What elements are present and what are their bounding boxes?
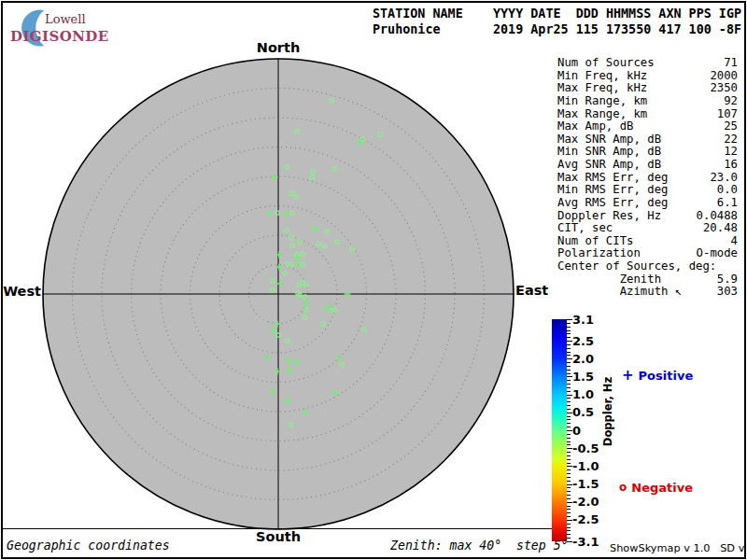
- colorbar-minor-tick: [567, 352, 571, 353]
- stat-label: Min Freq, kHz: [557, 70, 647, 83]
- colorbar-minor-tick: [567, 405, 571, 406]
- colorbar-tick-label: 3.1: [572, 313, 594, 327]
- compass-label-north: North: [257, 40, 301, 55]
- colorbar-minor-tick: [567, 327, 571, 328]
- stat-value: 22: [724, 133, 738, 147]
- stat-label: Min RMS Err, deg: [557, 184, 668, 197]
- colorbar-minor-tick: [567, 427, 571, 427]
- colorbar-minor-tick: [567, 370, 571, 371]
- colorbar-minor-tick: [567, 455, 571, 456]
- stat-label: Polarization: [557, 247, 641, 260]
- stat-label: Avg SNR Amp, dB: [557, 159, 661, 172]
- stat-value: 12: [724, 146, 738, 159]
- stat-label: Center of Sources, deg:: [557, 260, 716, 273]
- header-column-titles: STATION NAME YYYY DATE DDD HHMMSS AXN PP…: [373, 7, 741, 21]
- colorbar-minor-tick: [567, 477, 571, 478]
- stat-value: 0.0: [717, 184, 738, 197]
- colorbar-minor-tick: [567, 391, 571, 392]
- plus-marker-icon: +: [622, 370, 634, 382]
- stat-row: Avg SNR Amp, dB16: [557, 159, 738, 172]
- colorbar-minor-tick: [567, 491, 571, 492]
- stat-value: 2350: [710, 82, 738, 95]
- stat-value: 107: [717, 108, 738, 121]
- colorbar-minor-tick: [567, 366, 571, 367]
- stat-row: Center of Sources, deg:: [557, 260, 738, 273]
- colorbar-axis-title: Doppler, Hz: [601, 377, 614, 446]
- colorbar-minor-tick: [567, 473, 571, 474]
- stat-row: Zenith5.9: [557, 273, 738, 287]
- colorbar-minor-tick: [567, 362, 571, 363]
- colorbar-minor-tick: [567, 348, 571, 349]
- footer-version: ShowSkymap v 1.0 SD v 5.1: [610, 542, 747, 554]
- stat-label: Num of Sources: [557, 57, 655, 70]
- colorbar-tick-label: -2.0: [572, 495, 599, 509]
- compass-label-south: South: [256, 529, 301, 544]
- compass-label-east: East: [515, 283, 548, 298]
- colorbar-tick-label: -1.5: [572, 477, 599, 491]
- colorbar-minor-tick: [567, 527, 571, 528]
- stat-value: 20.48: [703, 222, 738, 235]
- stat-label: Min Range, km: [557, 95, 647, 108]
- colorbar-tick-label: -0.5: [572, 441, 599, 455]
- footer-coordinates-note: Geographic coordinates: [7, 539, 170, 553]
- colorbar-tick-label: 2.0: [572, 352, 594, 366]
- stat-value: 6.1: [717, 197, 738, 210]
- colorbar-minor-tick: [567, 487, 571, 488]
- stat-row: Min Freq, kHz2000: [557, 70, 738, 83]
- showskymap-window: Lowell DIGISONDE STATION NAME YYYY DATE …: [0, 0, 747, 560]
- stat-label: Max Amp, dB: [557, 120, 633, 133]
- colorbar-minor-tick: [567, 516, 571, 517]
- colorbar-minor-tick: [567, 506, 571, 507]
- colorbar-tick-label: -2.5: [572, 512, 599, 526]
- colorbar-minor-tick: [567, 438, 571, 439]
- stat-value: 25: [724, 120, 738, 133]
- legend-positive-label: Positive: [639, 369, 694, 383]
- stat-value: 23.0: [710, 172, 738, 185]
- doppler-colorbar: [552, 319, 567, 541]
- legend-positive: + Positive: [622, 369, 693, 383]
- stat-value: 92: [724, 95, 738, 108]
- stat-row: Max Amp, dB25: [557, 120, 738, 133]
- colorbar-minor-tick: [567, 434, 571, 435]
- stat-value: 303: [717, 286, 738, 299]
- colorbar-minor-tick: [567, 323, 571, 324]
- stat-row: Min RMS Err, deg0.0: [557, 184, 738, 197]
- stat-label: Num of CITs: [557, 235, 633, 248]
- colorbar-tick-label: -1.0: [572, 459, 599, 473]
- legend-negative: o Negative: [619, 481, 693, 495]
- colorbar-minor-tick: [567, 534, 571, 535]
- stat-value: 5.9: [717, 273, 738, 287]
- colorbar-minor-tick: [567, 481, 571, 482]
- stat-label: CIT, sec: [557, 222, 613, 235]
- stat-row: Max Freq, kHz2350: [557, 82, 738, 95]
- logo-text-digisonde: DIGISONDE: [10, 28, 109, 45]
- colorbar-minor-tick: [567, 444, 571, 445]
- colorbar-minor-tick: [567, 419, 571, 420]
- stat-row: Max Range, km107: [557, 108, 738, 121]
- colorbar-tick-label: 2.5: [572, 334, 594, 348]
- compass-label-west: West: [3, 284, 41, 299]
- colorbar-minor-tick: [567, 469, 571, 470]
- circle-marker-icon: o: [619, 482, 627, 493]
- colorbar-minor-tick: [567, 463, 571, 464]
- stat-row: Num of CITs4: [557, 235, 738, 248]
- colorbar-minor-tick: [567, 330, 571, 331]
- colorbar-minor-tick: [567, 380, 571, 381]
- stats-panel: Num of Sources71Min Freq, kHz2000Max Fre…: [557, 57, 738, 299]
- stat-value: 71: [724, 57, 738, 70]
- stat-row: Min Range, km92: [557, 95, 738, 108]
- stat-label: Max SNR Amp, dB: [557, 133, 661, 147]
- colorbar-minor-tick: [567, 512, 571, 513]
- colorbar-minor-tick: [567, 423, 571, 424]
- colorbar-minor-tick: [567, 459, 571, 460]
- colorbar-minor-tick: [567, 373, 571, 374]
- colorbar-minor-tick: [567, 398, 571, 399]
- colorbar-minor-tick: [567, 530, 571, 531]
- stat-label: Max Freq, kHz: [557, 82, 647, 95]
- stat-row: Doppler Res, Hz0.0488: [557, 210, 738, 223]
- stat-label: Zenith: [557, 273, 661, 287]
- stat-value: 4: [731, 235, 738, 248]
- colorbar-minor-tick: [567, 441, 571, 442]
- stat-row: Num of Sources71: [557, 57, 738, 70]
- colorbar-minor-tick: [567, 384, 571, 385]
